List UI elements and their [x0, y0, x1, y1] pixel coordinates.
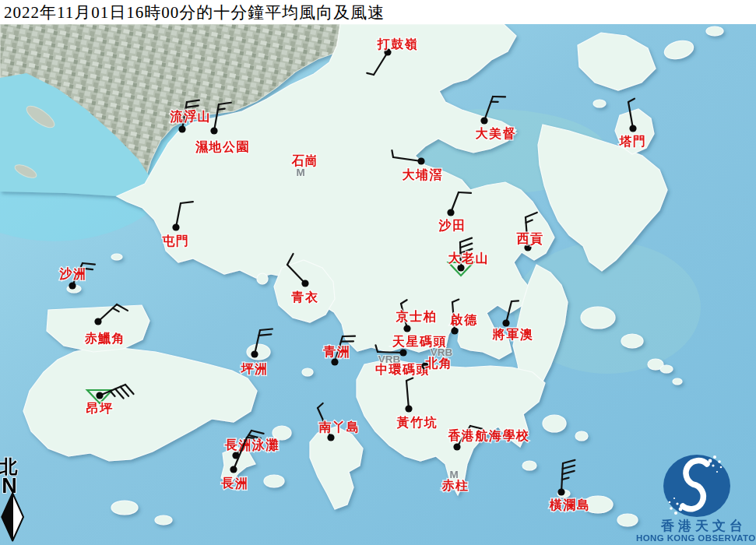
- station-label: 赤鱲角: [84, 332, 126, 345]
- station-dot: [480, 117, 487, 124]
- station-dot: [327, 434, 334, 441]
- station-dot: [96, 392, 103, 399]
- station-label: 西貢: [516, 232, 544, 246]
- station-label: 北角: [425, 357, 453, 370]
- land-soko-island: [111, 501, 138, 515]
- station-label: 大美督: [476, 126, 517, 140]
- station-label: 黃竹坑: [396, 416, 438, 429]
- station-dot: [405, 405, 412, 412]
- station-label: 大埔滘: [403, 167, 444, 181]
- hko-logo-name-en: HONG KONG OBSERVATORY: [636, 533, 756, 543]
- station-label: 塔門: [619, 135, 647, 148]
- map-title: 2022年11月01日16時00分的十分鐘平均風向及風速: [0, 2, 385, 23]
- land-ma-wan: [257, 273, 268, 284]
- station-label: 打鼓嶺: [377, 37, 419, 51]
- station-label: 京士柏: [396, 309, 438, 323]
- land-ninepin: [673, 378, 682, 385]
- station-label: 大老山: [448, 251, 490, 265]
- station-dot: [301, 280, 308, 287]
- land-lung-kwu-chau: [111, 254, 122, 260]
- station-dot: [94, 318, 101, 325]
- title-bar: 2022年11月01日16時00分的十分鐘平均風向及風速: [0, 0, 756, 24]
- station-dot: [331, 358, 338, 365]
- station-dot: [251, 350, 258, 357]
- wind-barb-staff: [378, 352, 403, 353]
- station-dot: [557, 488, 564, 495]
- wind-barb-feather: [512, 301, 519, 301]
- land-mirs-bay-island: [706, 26, 723, 36]
- station-label: 長洲: [221, 476, 249, 490]
- station-label: 坪洲: [241, 362, 269, 375]
- land-shek-kwu-chau: [264, 475, 284, 487]
- station-label: 流浮山: [170, 109, 212, 123]
- station-dot: [403, 325, 410, 332]
- station-dot: [447, 209, 454, 216]
- station-dot: [457, 264, 464, 271]
- compass-north-letter: N: [2, 474, 17, 498]
- station-dot: [399, 349, 406, 356]
- land-kau-sai-chau: [581, 307, 615, 329]
- station-label: 赤柱: [441, 479, 469, 492]
- station-label: 長洲泳灘: [224, 438, 280, 452]
- station-dot: [629, 125, 636, 132]
- station-label: 啟德: [450, 313, 478, 326]
- wind-barb-feather: [459, 192, 471, 193]
- station-label: 濕地公園: [195, 140, 250, 154]
- station-dot: [230, 466, 237, 473]
- station-label: 青衣: [291, 290, 319, 304]
- land-grass-island: [593, 100, 606, 107]
- land-tung-lung: [543, 415, 566, 432]
- hong-kong-map: 打鼓嶺流浮山濕地公園M石崗大美督大埔滘塔門屯門沙洲赤鱲角青衣青洲坪洲昂坪京士柏啟…: [0, 0, 756, 545]
- land-peng-chau: [247, 344, 270, 360]
- station-label: 將軍澳: [492, 328, 534, 341]
- station-dot: [172, 223, 179, 230]
- station-label: 青洲: [323, 345, 351, 358]
- station-dot: [69, 282, 76, 289]
- station-dot: [502, 319, 509, 326]
- wind-barb-feather: [218, 109, 225, 110]
- station-label: 香港航海學校: [448, 428, 530, 442]
- station-label: 沙田: [438, 219, 466, 232]
- land-small-island: [575, 431, 588, 441]
- station-dot: [210, 127, 217, 134]
- wind-barb-feather: [247, 438, 254, 438]
- missing-data-label: M: [296, 167, 304, 178]
- station-label: 南丫島: [318, 420, 360, 434]
- land-kau-yi-chau: [302, 368, 313, 376]
- station-label: 昂坪: [86, 402, 114, 415]
- land-jin-island: [621, 334, 643, 348]
- station-label: 橫瀾島: [549, 498, 591, 512]
- land-ninepin: [660, 365, 673, 373]
- station-dot: [417, 157, 424, 164]
- land-soko-island: [155, 515, 172, 525]
- station-dot: [453, 443, 460, 450]
- wind-barb-feather: [260, 329, 273, 330]
- station-label: 屯門: [162, 234, 190, 248]
- land-beaufort-island: [522, 461, 536, 470]
- wind-barb-feather: [392, 150, 393, 157]
- station-label: 中環碼頭: [375, 363, 430, 377]
- station-dot: [451, 327, 458, 334]
- station-label: 沙洲: [59, 267, 87, 280]
- station-dot: [178, 125, 185, 132]
- hko-logo-name-cn: 香港天文台: [660, 519, 747, 533]
- wind-map-screen: 打鼓嶺流浮山濕地公園M石崗大美督大埔滘塔門屯門沙洲赤鱲角青衣青洲坪洲昂坪京士柏啟…: [0, 0, 756, 545]
- station-label: 石崗: [291, 154, 319, 167]
- wind-barb-feather: [258, 334, 271, 335]
- land-po-toi-south: [617, 514, 638, 526]
